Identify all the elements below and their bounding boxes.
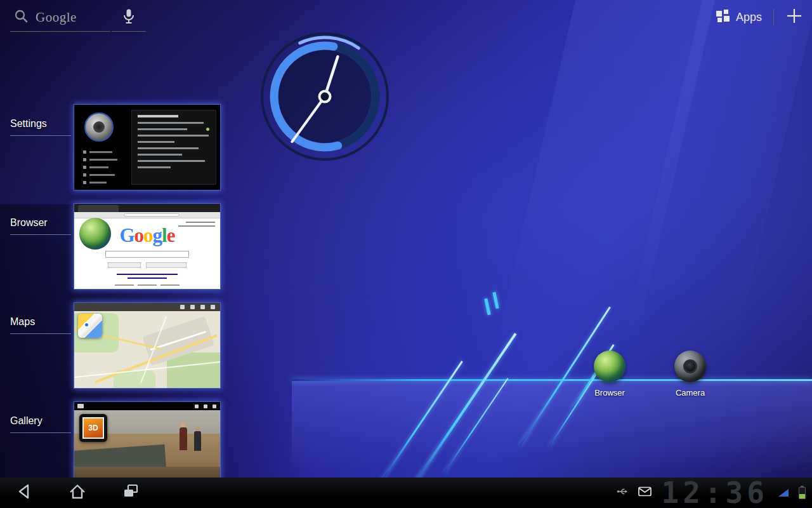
signal-strength-icon <box>778 489 789 497</box>
add-widget-button[interactable] <box>785 7 803 27</box>
gallery-app-icon: 3D <box>79 414 107 442</box>
analog-clock-widget[interactable] <box>255 27 395 166</box>
recent-thumbnail-gallery[interactable]: 3D <box>74 401 221 488</box>
usb-debugging-icon <box>617 486 628 499</box>
search-box[interactable]: Google <box>10 4 110 32</box>
browser-tab <box>78 205 119 212</box>
google-logo-text: Google <box>36 10 77 25</box>
google-footer-links <box>115 284 180 286</box>
voice-search-button[interactable] <box>112 4 146 32</box>
wallpaper-horizon-line <box>292 379 812 381</box>
google-page-logo: Google <box>74 225 220 245</box>
email-notification-icon <box>638 486 652 499</box>
system-clock: 12:36 <box>662 478 768 508</box>
home-icon <box>65 479 89 506</box>
microphone-icon <box>122 8 135 27</box>
settings-speaker-icon <box>84 112 114 142</box>
maps-toolbar-icon <box>190 305 195 309</box>
settings-speaker-core <box>93 121 105 133</box>
recent-thumbnail-browser[interactable]: Google <box>74 203 221 290</box>
recent-apps-icon <box>119 479 143 506</box>
home-screen: Google Apps <box>0 0 812 508</box>
search-icon <box>14 9 29 27</box>
maps-toolbar-icon <box>211 305 215 309</box>
gallery-action-bar <box>74 402 220 410</box>
settings-detail-panel <box>131 110 216 185</box>
recent-apps-button[interactable] <box>112 478 150 508</box>
logo-letter: o <box>134 224 144 246</box>
recent-thumbnail-settings[interactable] <box>74 104 221 190</box>
maps-app-icon <box>78 314 102 338</box>
apps-grid-icon <box>716 9 730 26</box>
system-bar: 12:36 <box>0 478 812 508</box>
plus-icon <box>785 7 803 27</box>
gallery-icon-art: 3D <box>82 417 104 439</box>
browser-url-field <box>124 213 179 217</box>
top-right-corner: Apps <box>716 6 803 28</box>
logo-letter: G <box>119 224 134 246</box>
shortcut-browser[interactable]: Browser <box>579 351 640 398</box>
shortcut-label: Camera <box>676 388 705 398</box>
photo-person <box>194 431 201 451</box>
recent-thumbnail-maps[interactable] <box>74 302 221 389</box>
google-buttons <box>108 262 187 268</box>
maps-action-bar <box>74 303 220 311</box>
maps-icon-art <box>78 314 102 338</box>
maps-toolbar-icon <box>200 305 205 309</box>
shortcut-camera[interactable]: Camera <box>660 351 721 398</box>
photo-person <box>180 427 187 450</box>
logo-letter: e <box>167 224 175 246</box>
apps-label: Apps <box>736 11 762 24</box>
gallery-camera-icon <box>77 404 84 408</box>
navigation-buttons <box>0 478 150 508</box>
photo-person-head <box>181 422 186 427</box>
gallery-toolbar-icon <box>204 404 207 408</box>
back-button[interactable] <box>5 478 43 508</box>
recent-label-browser: Browser <box>10 217 71 235</box>
google-search-field <box>105 251 189 258</box>
settings-menu-lines <box>83 150 117 184</box>
recent-label-gallery: Gallery <box>10 415 71 433</box>
shortcut-label: Browser <box>594 388 625 398</box>
analog-clock-face <box>255 27 395 166</box>
notification-area[interactable]: 12:36 <box>617 478 812 508</box>
google-top-links <box>178 222 215 227</box>
divider <box>773 9 774 25</box>
logo-letter: g <box>153 224 162 246</box>
settings-green-indicator <box>206 128 209 131</box>
google-search-widget: Google <box>10 4 146 32</box>
apps-button[interactable]: Apps <box>716 9 762 26</box>
logo-letter: o <box>143 224 153 246</box>
logo-letter: l <box>162 224 167 246</box>
back-icon <box>12 479 36 506</box>
battery-level <box>799 494 805 498</box>
maps-icon-dot <box>84 322 89 328</box>
maps-toolbar-icon <box>180 305 185 309</box>
browser-globe-icon <box>594 351 625 382</box>
home-button[interactable] <box>58 478 96 508</box>
gallery-toolbar-icon <box>213 404 216 408</box>
recent-label-settings: Settings <box>10 118 71 136</box>
battery-nub <box>801 486 804 487</box>
battery-icon <box>799 487 806 499</box>
google-links <box>117 274 178 279</box>
photo-person-head <box>195 427 200 431</box>
camera-lens-core <box>683 359 697 373</box>
recent-label-maps: Maps <box>10 316 71 334</box>
gallery-toolbar-icon <box>195 404 199 408</box>
browser-tab-bar <box>74 204 220 212</box>
camera-lens-icon <box>674 351 706 382</box>
